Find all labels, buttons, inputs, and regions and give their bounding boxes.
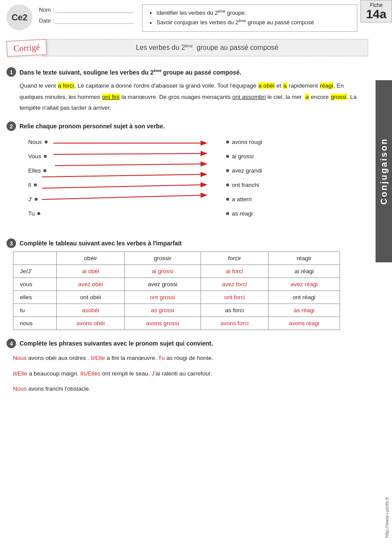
fiche-number: 14a <box>366 8 386 20</box>
highlighted-word: a obéi <box>258 82 275 89</box>
col-header-forcir: forcir <box>201 252 269 265</box>
svg-line-5 <box>42 195 206 199</box>
match-left-il: Il <box>28 182 48 188</box>
nom-dotted <box>55 13 133 13</box>
exercise-4-title: Complète les phrases suivantes avec le p… <box>19 340 213 347</box>
underlined-word: ont assombri <box>232 94 266 100</box>
matching-right: avons rougi ai grossi avez grandi ont fr… <box>226 139 262 217</box>
col-header-empty <box>13 252 57 265</box>
svg-line-3 <box>42 174 206 177</box>
cell-tu-obeir: asobéi <box>57 304 125 317</box>
cell-nous-grossir: avons grossi <box>124 317 201 330</box>
cell-vous-reagir: avez réagi <box>269 278 340 291</box>
cell-jej-obeir: ai obéi <box>57 265 125 278</box>
pronoun-nous: nous <box>13 317 57 330</box>
exercise-3-table-container: obéir grossir forcir réagir Je/J' ai obé… <box>13 251 340 330</box>
conjugaison-sidebar: Conjugaison <box>376 80 392 262</box>
exercise-3-header: 3 Complète le tableau suivant avec les v… <box>6 238 366 248</box>
exercise-2: 2 Relie chaque pronom personnel sujet à … <box>6 121 366 230</box>
cell-jej-grossir: ai grossi <box>124 265 201 278</box>
pronoun-nous-s3: Nous <box>13 385 27 392</box>
ce2-badge: Ce2 <box>6 4 32 30</box>
exercise-2-header: 2 Relie chaque pronom personnel sujet à … <box>6 121 366 131</box>
match-left-j: J' <box>28 196 48 202</box>
exercise-2-title: Relie chaque pronom personnel sujet à so… <box>19 123 165 130</box>
match-right-ont-franchi: ont franchi <box>226 182 262 188</box>
corrige-title: Les verbes du 2ème groupe au passé compo… <box>42 39 368 56</box>
matching-left: Nous Vous Elles Il J' Tu <box>28 139 48 217</box>
exercise-4: 4 Complète les phrases suivantes avec le… <box>6 339 366 395</box>
nom-line: Nom : <box>39 7 133 13</box>
exercise-3: 3 Complète le tableau suivant avec les v… <box>6 238 366 330</box>
cell-jej-reagir: ai réagi <box>269 265 340 278</box>
exercise-1-title: Dans le texte suivant, souligne les verb… <box>19 69 241 76</box>
match-left-elles: Elles <box>28 167 48 174</box>
objective-1: Identifier les verbes du 2ème groupe. <box>156 8 351 18</box>
pronoun-jej: Je/J' <box>13 265 57 278</box>
exercise-1-number: 1 <box>6 67 16 77</box>
sentence-2: Il/Elle a beaucoup maigri. Ils/Elles ont… <box>13 367 366 380</box>
table-row-elles: elles ont obéi ont grossi ont forci ont … <box>13 291 340 304</box>
pronoun-ilelle-s1: Il/Elle <box>91 355 105 361</box>
nom-date-section: Nom : Date : <box>39 7 133 28</box>
sentence-1: Nous avons obéi aux ordres . Il/Elle a f… <box>13 352 366 365</box>
match-right-as-reagi: as réagi <box>226 210 262 217</box>
table-row-vous: vous avez obéi avez grossi avez forci av… <box>13 278 340 291</box>
exercise-1: 1 Dans le texte suivant, souligne les ve… <box>6 67 366 114</box>
exercise-1-text: Quand le vent a forci, Le capitaine a do… <box>19 80 366 114</box>
table-row-nous: nous avons obéi avons grossi avons forci… <box>13 317 340 330</box>
match-left-vous: Vous <box>28 153 48 160</box>
exercise-3-number: 3 <box>6 238 16 248</box>
cell-vous-forcir: avez forci <box>201 278 269 291</box>
cell-jej-forcir: ai forci <box>201 265 269 278</box>
conjugation-table: obéir grossir forcir réagir Je/J' ai obé… <box>13 251 340 330</box>
cell-nous-obeir: avons obéi <box>57 317 125 330</box>
pronoun-nous-s1: Nous <box>13 355 27 361</box>
svg-line-1 <box>53 153 206 154</box>
col-header-reagir: réagir <box>269 252 340 265</box>
pronoun-ilelle-s2: Il/Elle <box>13 370 27 377</box>
col-header-grossir: grossir <box>124 252 201 265</box>
cell-tu-grossir: as grossi <box>124 304 201 317</box>
pronoun-tu-s1: Tu <box>158 355 165 361</box>
highlighted-word: a forci <box>58 82 75 89</box>
table-row-tu: tu asobéi as grossi as forci as réagi <box>13 304 340 317</box>
svg-line-4 <box>42 185 206 188</box>
match-right-avons-rougi: avons rougi <box>226 139 262 145</box>
exercise-4-content: Nous avons obéi aux ordres . Il/Elle a f… <box>13 352 366 395</box>
match-right-a-atterri: a atterri <box>226 196 262 202</box>
matching-area: Nous Vous Elles Il J' Tu avons rougi ai … <box>19 134 366 230</box>
date-dotted <box>55 23 133 24</box>
cell-elles-obeir: ont obéi <box>57 291 125 304</box>
cell-nous-reagir: avons réagi <box>269 317 340 330</box>
cell-vous-grossir: avez grossi <box>124 278 201 291</box>
highlighted-word: a <box>305 94 309 100</box>
cell-nous-forcir: avons forci <box>201 317 269 330</box>
col-header-obeir: obéir <box>57 252 125 265</box>
fiche-badge: Fiche 14a <box>360 0 392 23</box>
cell-elles-grossir: ont grossi <box>124 291 201 304</box>
highlighted-word: grossi <box>330 94 347 100</box>
footer-url: http://www.i-profs.fr <box>384 497 389 538</box>
highlighted-word: a <box>283 82 287 89</box>
corrige-banner: Corrigé Les verbes du 2ème groupe au pas… <box>6 39 368 56</box>
cell-tu-forcir: as forci <box>201 304 269 317</box>
cell-tu-reagir: as réagi <box>269 304 340 317</box>
pronoun-tu: tu <box>13 304 57 317</box>
exercise-4-header: 4 Complète les phrases suivantes avec le… <box>6 339 366 348</box>
table-row-jej: Je/J' ai obéi ai grossi ai forci ai réag… <box>13 265 340 278</box>
match-left-tu: Tu <box>28 210 48 217</box>
svg-line-2 <box>55 164 206 166</box>
exercise-4-number: 4 <box>6 339 16 348</box>
highlighted-word: ont fini <box>102 94 120 100</box>
match-right-ai-grossi: ai grossi <box>226 153 262 160</box>
objective-2: Savoir conjuguer les verbes du 2ème grou… <box>156 18 351 27</box>
pronoun-ilselles-s2: Ils/Elles <box>80 370 100 377</box>
corrige-label: Corrigé <box>6 39 47 57</box>
pronoun-elles: elles <box>13 291 57 304</box>
sentence-3: Nous avons franchi l'obstacle. <box>13 382 366 395</box>
cell-elles-reagir: ont réagi <box>269 291 340 304</box>
exercise-2-number: 2 <box>6 121 16 131</box>
date-line: Date : <box>39 17 133 24</box>
pronoun-vous: vous <box>13 278 57 291</box>
